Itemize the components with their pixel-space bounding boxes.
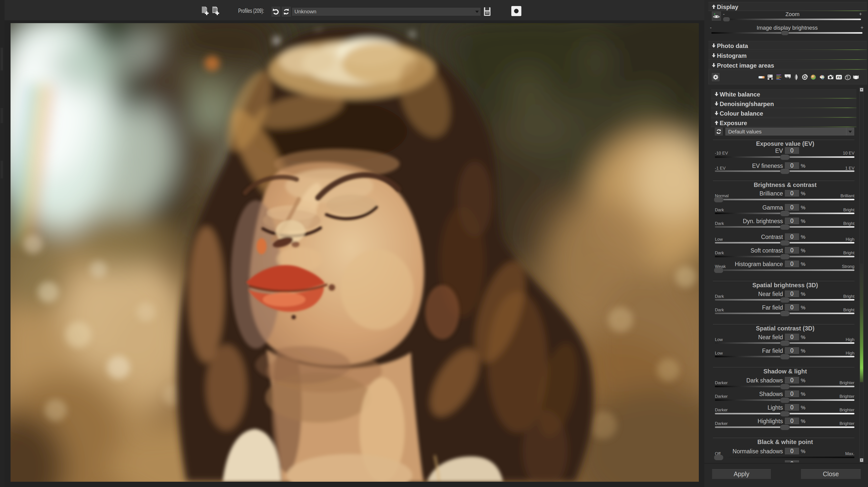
- svg-text:FX: FX: [837, 76, 841, 79]
